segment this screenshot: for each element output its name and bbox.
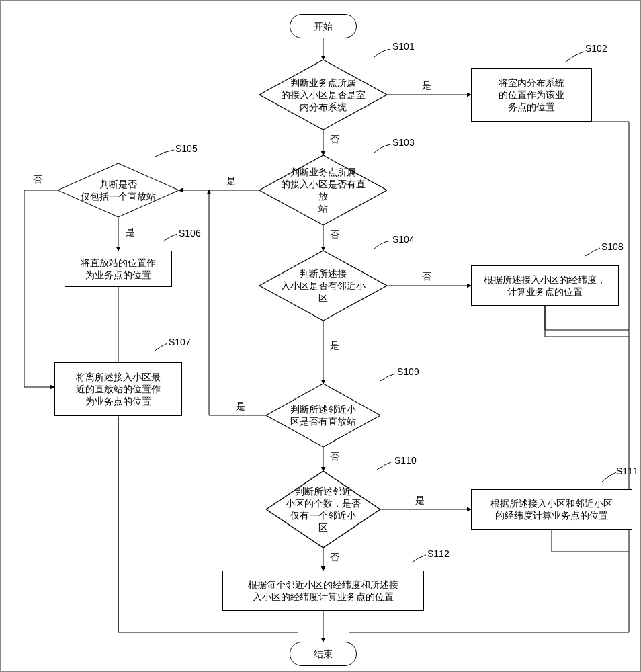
step-label-s102: S102: [585, 43, 607, 54]
process-s106-text: 将直放站的位置作 为业务点的位置: [81, 257, 156, 281]
step-label-s110: S110: [394, 455, 417, 466]
edge-no-s103: 否: [330, 229, 339, 241]
edge-no-s109: 否: [330, 451, 339, 463]
edge-yes-s110: 是: [415, 495, 425, 507]
edge-no-s101: 否: [330, 134, 339, 146]
end-label: 结束: [314, 648, 333, 660]
process-s108: 根据所述接入小区的经纬度， 计算业务点的位置: [471, 265, 619, 306]
decision-s105-text: 判断是否 仅包括一个直放站: [63, 174, 173, 206]
decision-s101: 判断业务点所属 的接入小区是否是室 内分布系统: [259, 60, 387, 130]
process-s111: 根据所述接入小区和邻近小区 的经纬度计算业务点的位置: [471, 489, 632, 530]
step-label-s107: S107: [169, 337, 191, 347]
start-terminal: 开始: [290, 14, 357, 38]
end-terminal: 结束: [290, 642, 357, 666]
process-s112-text: 根据每个邻近小区的经纬度和所述接 入小区的经纬度计算业务点的位置: [248, 579, 398, 603]
step-label-s101: S101: [392, 41, 415, 52]
decision-s109: 判断所述邻近小 区是否有直放站: [266, 384, 380, 447]
process-s107: 将离所述接入小区最 近的直放站的位置作 为业务点的位置: [54, 362, 182, 416]
flowchart-canvas: 开始 判断业务点所属 的接入小区是否是室 内分布系统 S101 是 否 将室内分…: [0, 0, 641, 672]
step-label-s112: S112: [427, 548, 450, 559]
edge-no-s104: 否: [422, 271, 431, 283]
step-label-s104: S104: [392, 234, 415, 245]
edge-no-s105: 否: [33, 174, 42, 186]
process-s106: 将直放站的位置作 为业务点的位置: [65, 251, 172, 287]
edge-yes-s105: 是: [126, 226, 135, 239]
decision-s104-text: 判断所述接 入小区是否有邻近小区: [259, 263, 387, 308]
decision-s110-text: 判断所述邻近 小区的个数，是否 仅有一个邻近小 区: [268, 481, 378, 538]
edge-yes-s101: 是: [422, 80, 431, 92]
step-label-s111: S111: [616, 466, 638, 476]
decision-s101-text: 判断业务点所属 的接入小区是否是室 内分布系统: [263, 73, 383, 118]
decision-s109-text: 判断所述邻近小 区是否有直放站: [273, 399, 374, 431]
process-s102: 将室内分布系统 的位置作为该业 务点的位置: [471, 68, 592, 122]
process-s107-text: 将离所述接入小区最 近的直放站的位置作 为业务点的位置: [76, 371, 161, 408]
decision-s110: 判断所述邻近 小区的个数，是否 仅有一个邻近小 区: [266, 471, 380, 548]
step-label-s109: S109: [397, 366, 419, 377]
decision-s105: 判断是否 仅包括一个直放站: [58, 163, 179, 217]
process-s102-text: 将室内分布系统 的位置作为该业 务点的位置: [499, 77, 564, 114]
process-s112: 根据每个邻近小区的经纬度和所述接 入小区的经纬度计算业务点的位置: [222, 571, 424, 611]
step-label-s105: S105: [175, 143, 198, 154]
decision-s104: 判断所述接 入小区是否有邻近小区: [259, 251, 387, 321]
start-label: 开始: [314, 20, 333, 32]
step-label-s108: S108: [601, 241, 624, 252]
step-label-s103: S103: [392, 137, 415, 148]
edge-yes-s103: 是: [226, 175, 236, 187]
edge-yes-s109: 是: [236, 401, 245, 413]
step-label-s106: S106: [179, 228, 201, 239]
process-s111-text: 根据所述接入小区和邻近小区 的经纬度计算业务点的位置: [490, 497, 613, 521]
edge-no-s110: 否: [330, 552, 339, 564]
decision-s103-text: 判断业务点所属 的接入小区是否有直放 站: [259, 162, 387, 219]
decision-s103: 判断业务点所属 的接入小区是否有直放 站: [259, 155, 387, 225]
edge-yes-s104: 是: [330, 340, 339, 352]
process-s108-text: 根据所述接入小区的经纬度， 计算业务点的位置: [484, 274, 606, 298]
